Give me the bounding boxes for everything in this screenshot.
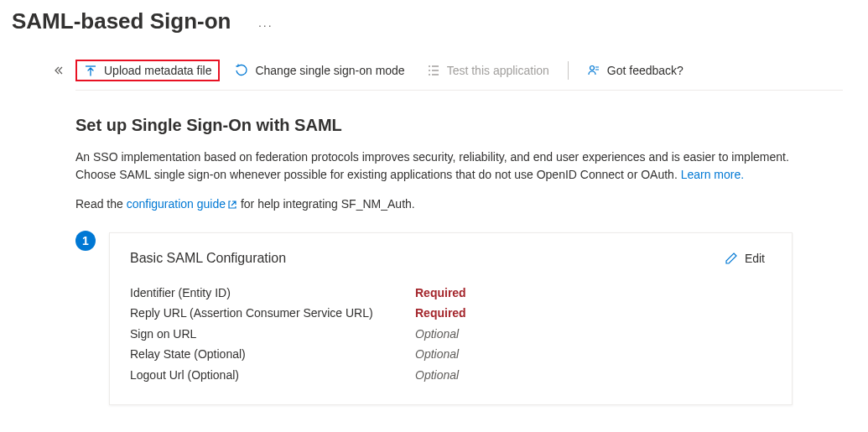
toolbar: Upload metadata file Change single sign-… bbox=[75, 60, 843, 90]
feedback-icon bbox=[587, 64, 600, 77]
test-application-button: Test this application bbox=[420, 60, 556, 81]
divider bbox=[75, 90, 843, 91]
more-actions-icon[interactable]: ··· bbox=[258, 18, 273, 32]
section-title: Set up Single Sign-On with SAML bbox=[75, 116, 843, 135]
learn-more-link[interactable]: Learn more. bbox=[681, 168, 744, 181]
test-application-label: Test this application bbox=[447, 64, 549, 77]
card-title: Basic SAML Configuration bbox=[130, 251, 286, 266]
config-guide-link[interactable]: configuration guide bbox=[127, 197, 237, 211]
guide-line: Read the configuration guide for help in… bbox=[75, 197, 843, 212]
undo-icon bbox=[235, 64, 248, 77]
upload-icon bbox=[84, 64, 97, 77]
checklist-icon bbox=[427, 64, 440, 77]
edit-label: Edit bbox=[745, 252, 765, 265]
external-link-icon bbox=[227, 199, 237, 212]
feedback-button[interactable]: Got feedback? bbox=[580, 60, 690, 81]
config-value: Optional bbox=[415, 345, 459, 363]
config-label: Sign on URL bbox=[130, 325, 415, 343]
upload-metadata-label: Upload metadata file bbox=[104, 64, 211, 77]
page-title: SAML-based Sign-on bbox=[12, 8, 231, 34]
guide-prefix: Read the bbox=[75, 197, 127, 211]
config-value: Required bbox=[415, 304, 466, 322]
svg-point-0 bbox=[590, 66, 594, 70]
config-row: Relay State (Optional) Optional bbox=[130, 345, 772, 363]
change-mode-button[interactable]: Change single sign-on mode bbox=[228, 60, 411, 81]
feedback-label: Got feedback? bbox=[607, 64, 683, 77]
config-value: Optional bbox=[415, 366, 459, 384]
config-label: Reply URL (Assertion Consumer Service UR… bbox=[130, 304, 415, 322]
config-label: Relay State (Optional) bbox=[130, 345, 415, 363]
guide-suffix: for help integrating SF_NM_Auth. bbox=[237, 197, 415, 211]
config-value: Required bbox=[415, 284, 466, 302]
basic-saml-card: Basic SAML Configuration Edit Identifier… bbox=[109, 232, 793, 405]
toolbar-divider bbox=[568, 61, 569, 80]
collapse-icon[interactable] bbox=[54, 65, 64, 405]
config-row: Sign on URL Optional bbox=[130, 325, 772, 343]
config-value: Optional bbox=[415, 325, 459, 343]
config-label: Logout Url (Optional) bbox=[130, 366, 415, 384]
config-row: Reply URL (Assertion Consumer Service UR… bbox=[130, 304, 772, 322]
config-row: Identifier (Entity ID) Required bbox=[130, 284, 772, 302]
config-row: Logout Url (Optional) Optional bbox=[130, 366, 772, 384]
change-mode-label: Change single sign-on mode bbox=[255, 64, 404, 77]
edit-icon bbox=[725, 252, 738, 265]
step-badge: 1 bbox=[75, 231, 96, 251]
section-description: An SSO implementation based on federatio… bbox=[75, 148, 797, 184]
config-table: Identifier (Entity ID) Required Reply UR… bbox=[130, 284, 772, 384]
upload-metadata-button[interactable]: Upload metadata file bbox=[75, 60, 220, 81]
config-label: Identifier (Entity ID) bbox=[130, 284, 415, 302]
edit-button[interactable]: Edit bbox=[718, 248, 772, 268]
